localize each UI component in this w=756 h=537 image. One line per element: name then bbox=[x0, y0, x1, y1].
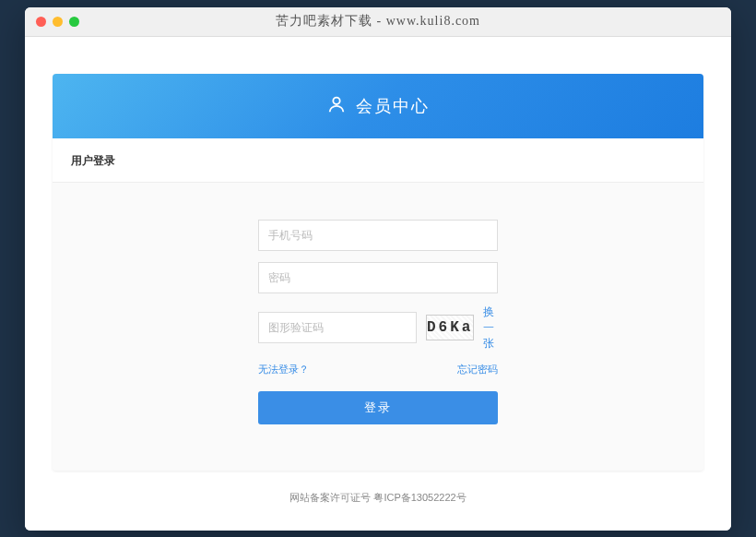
titlebar: 苦力吧素材下载 - www.kuli8.com bbox=[25, 7, 731, 37]
page-content: 会员中心 用户登录 D6Ka 换一张 无法登录？ 忘记密码 bbox=[25, 37, 731, 531]
close-icon[interactable] bbox=[36, 17, 46, 27]
login-form: D6Ka 换一张 无法登录？ 忘记密码 登录 bbox=[53, 183, 703, 471]
login-card: 会员中心 用户登录 D6Ka 换一张 无法登录？ 忘记密码 bbox=[53, 74, 703, 471]
card-header: 会员中心 bbox=[53, 74, 703, 138]
refresh-captcha-link[interactable]: 换一张 bbox=[483, 304, 498, 352]
tab-login[interactable]: 用户登录 bbox=[71, 154, 115, 167]
window-title: 苦力吧素材下载 - www.kuli8.com bbox=[25, 13, 731, 30]
maximize-icon[interactable] bbox=[69, 17, 79, 27]
browser-window: 苦力吧素材下载 - www.kuli8.com 会员中心 用户登录 D6Ka bbox=[25, 7, 731, 531]
cannot-login-link[interactable]: 无法登录？ bbox=[258, 363, 309, 376]
help-links: 无法登录？ 忘记密码 bbox=[258, 363, 498, 376]
license-number: 粤ICP备13052222号 bbox=[373, 492, 466, 503]
captcha-row: D6Ka 换一张 bbox=[258, 304, 498, 352]
captcha-input[interactable] bbox=[258, 312, 417, 343]
login-button[interactable]: 登录 bbox=[258, 391, 498, 424]
captcha-image: D6Ka bbox=[426, 315, 474, 340]
window-controls bbox=[36, 17, 79, 27]
password-input[interactable] bbox=[258, 262, 498, 293]
forgot-password-link[interactable]: 忘记密码 bbox=[457, 363, 498, 376]
minimize-icon[interactable] bbox=[53, 17, 63, 27]
user-icon bbox=[326, 94, 347, 118]
footer: 网站备案许可证号 粤ICP备13052222号 bbox=[53, 471, 703, 512]
tab-bar: 用户登录 bbox=[53, 138, 703, 183]
license-label: 网站备案许可证号 bbox=[289, 492, 371, 503]
phone-input[interactable] bbox=[258, 220, 498, 251]
svg-point-0 bbox=[333, 97, 339, 103]
header-title: 会员中心 bbox=[356, 95, 430, 117]
